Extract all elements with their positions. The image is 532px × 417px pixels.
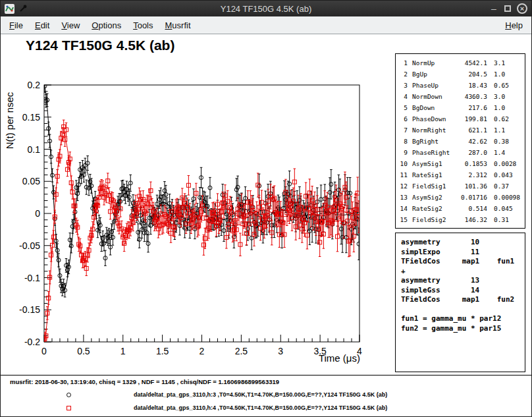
x-tick-label: 1 bbox=[120, 346, 126, 356]
statusbar-divider bbox=[1, 375, 531, 375]
param-row: 5BgDown217.61.0 bbox=[398, 102, 523, 113]
y-tick-label: -0.1 bbox=[24, 273, 40, 283]
param-row: 10AsymSig10.18530.0028 bbox=[398, 158, 523, 169]
param-row: 9PhaseRight287.01.4 bbox=[398, 147, 523, 158]
minimize-icon[interactable]: – bbox=[489, 4, 498, 13]
y-tick-label: 0.05 bbox=[22, 176, 40, 186]
menu-options[interactable]: Options bbox=[86, 18, 127, 33]
circle-marker-icon bbox=[66, 393, 71, 397]
menu-tools[interactable]: Tools bbox=[127, 18, 159, 33]
param-row: 11RateSig12.3120.043 bbox=[398, 169, 523, 181]
y-tick-label: -0.2 bbox=[24, 337, 40, 347]
window-title: Y124 TF150G 4.5K (ab) bbox=[1, 4, 531, 14]
parameter-table: 1NormUp4542.13.12BgUp204.51.03PhaseUp18.… bbox=[395, 53, 525, 229]
param-row: 2BgUp204.51.0 bbox=[398, 69, 523, 80]
data-series-h4 bbox=[43, 120, 361, 345]
param-row: 6PhaseDown199.810.62 bbox=[398, 113, 523, 125]
x-tick-label: 2.5 bbox=[235, 346, 248, 356]
x-tick-label: 3 bbox=[278, 346, 283, 356]
menu-file[interactable]: File bbox=[3, 18, 29, 33]
square-marker-icon bbox=[66, 406, 71, 410]
y-tick-label: 0 bbox=[35, 208, 40, 219]
param-row: 15FieldSig2146.320.31 bbox=[398, 214, 523, 225]
param-row: 14RateSig20.5140.045 bbox=[398, 203, 523, 214]
plot-title: Y124 TF150G 4.5K (ab) bbox=[26, 38, 174, 53]
x-axis-title: Time (μs) bbox=[319, 352, 360, 364]
menu-view[interactable]: View bbox=[55, 18, 86, 33]
menubar: File Edit View Options Tools Musrfit Hel… bbox=[1, 16, 531, 34]
menu-help[interactable]: Help bbox=[499, 18, 529, 33]
param-row: 12FieldSig1101.360.37 bbox=[398, 181, 523, 192]
data-series-h3 bbox=[43, 80, 361, 297]
y-tick-label: -0.15 bbox=[19, 304, 40, 315]
plot-legend: data/deltat_pta_gps_3110,h:3 ,T0=4.50K,T… bbox=[1, 389, 531, 415]
x-tick-label: 0.5 bbox=[77, 346, 90, 356]
param-row: 7NormRight621.11.1 bbox=[398, 125, 523, 136]
param-row: 3PhaseUp18.430.65 bbox=[398, 80, 523, 91]
y-tick-label: 0.1 bbox=[28, 144, 41, 155]
pin-icon[interactable] bbox=[19, 5, 27, 13]
x-tick-label: 1.5 bbox=[156, 346, 169, 356]
maximize-icon[interactable] bbox=[504, 5, 511, 12]
y-tick-label: -0.05 bbox=[19, 240, 40, 251]
theory-block: asymmetry 10 simplExpo 11 TFieldCos map1… bbox=[395, 233, 525, 372]
plot-canvas[interactable]: 00.511.522.533.540.20.150.10.050-0.05-0.… bbox=[2, 52, 375, 368]
param-row: 13AsymSig20.017160.00098 bbox=[398, 192, 523, 203]
menu-musrfit[interactable]: Musrfit bbox=[159, 18, 197, 33]
param-row: 8BgRight42.620.38 bbox=[398, 136, 523, 147]
legend-label: data/deltat_pta_gps_3110,h:3 ,T0=4.50K,T… bbox=[134, 391, 387, 398]
legend-entry: data/deltat_pta_gps_3110,h:3 ,T0=4.50K,T… bbox=[1, 389, 531, 402]
fit-info-line: musrfit: 2018-06-30, 13:19:40, chisq = 1… bbox=[10, 378, 279, 385]
app-window: Y124 TF150G 4.5K (ab) – × File Edit View… bbox=[0, 0, 532, 417]
y-tick-label: 0.15 bbox=[22, 112, 40, 123]
param-row: 4NormDown4360.33.0 bbox=[398, 91, 523, 102]
x-tick-label: 2 bbox=[200, 346, 205, 356]
canvas-area: Y124 TF150G 4.5K (ab) 00.511.522.533.540… bbox=[1, 34, 531, 416]
menu-edit[interactable]: Edit bbox=[29, 18, 55, 33]
y-axis-title: N(t) per nsec bbox=[4, 92, 15, 149]
param-row: 1NormUp4542.13.1 bbox=[398, 57, 523, 69]
legend-label: data/deltat_pta_gps_3110,h:4 ,T0=4.50K,T… bbox=[134, 404, 387, 411]
y-tick-label: 0.2 bbox=[28, 80, 41, 90]
app-icon[interactable] bbox=[5, 4, 14, 14]
titlebar[interactable]: Y124 TF150G 4.5K (ab) – × bbox=[1, 1, 531, 16]
legend-entry: data/deltat_pta_gps_3110,h:4 ,T0=4.50K,T… bbox=[1, 402, 531, 415]
close-icon[interactable]: × bbox=[517, 3, 527, 14]
x-tick-label: 0 bbox=[41, 346, 47, 356]
